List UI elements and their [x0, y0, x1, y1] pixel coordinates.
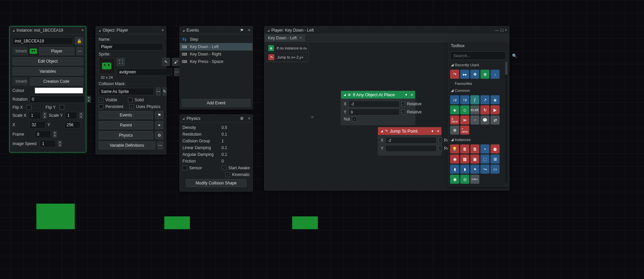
sprite-name-input[interactable] [117, 68, 172, 76]
event-tab[interactable]: Key Down - Left × [265, 34, 305, 42]
dropdown-icon[interactable]: ▼ [431, 130, 434, 133]
if-y-relative-checkbox[interactable] [402, 110, 405, 114]
parent-icon[interactable]: ⚭ [155, 121, 163, 129]
else-icon[interactable]: ELSE [470, 105, 479, 114]
comment-icon[interactable]: 💬 [480, 115, 489, 125]
strip-item[interactable]: ⊗ If no instance is ove [266, 44, 309, 53]
collapse-icon[interactable]: ◢ [182, 117, 184, 120]
gear-icon[interactable]: ⚙ [155, 131, 163, 139]
collapse-icon[interactable]: ◢ [451, 63, 453, 67]
lindamp-value[interactable]: 0.1 [222, 145, 227, 150]
events-button[interactable]: Events [99, 111, 153, 119]
close-icon[interactable]: × [248, 28, 250, 33]
scalex-spinner[interactable]: ▲▼ [43, 112, 47, 119]
collision-mask-input[interactable] [99, 88, 154, 95]
object-name-input[interactable] [99, 43, 163, 50]
snap-icon[interactable]: ✦ [470, 165, 479, 174]
rotate-icon[interactable]: ⊞ [490, 154, 500, 164]
collapse-icon[interactable]: ◢ [344, 93, 346, 96]
kinematic-checkbox[interactable] [225, 172, 230, 177]
close-icon[interactable]: × [81, 28, 84, 33]
frame-spinner[interactable]: ▲▼ [53, 131, 57, 138]
direction-icon[interactable]: ↗ [480, 95, 489, 104]
event-item-keydown-left[interactable]: ⌨ Key Down - Left [180, 43, 252, 50]
tab-close-icon[interactable]: × [299, 36, 302, 40]
strip-item[interactable]: ↷ Jump to x+-2,y+ [266, 53, 309, 62]
scaley-spinner[interactable]: ▲▼ [79, 112, 83, 119]
vardef-ellipsis-icon[interactable]: ⋯ [157, 141, 163, 149]
nav-left-icon[interactable]: « [311, 114, 314, 119]
sensor-checkbox[interactable] [182, 166, 187, 170]
y-input[interactable] [64, 121, 80, 129]
event-item-step[interactable]: 👣 Step [180, 36, 252, 43]
inherit-code-button[interactable]: Inherit [12, 77, 28, 85]
collapse-icon[interactable]: ◢ [99, 29, 101, 32]
maximize-icon[interactable]: ▢ [500, 28, 504, 32]
scrollbar[interactable] [505, 62, 507, 183]
jump-y-relative-checkbox[interactable] [439, 146, 442, 151]
uses-physics-checkbox[interactable] [129, 104, 134, 109]
flag-icon[interactable]: ⚑ [155, 111, 163, 119]
move-icon[interactable]: ✥ [470, 70, 479, 79]
event-item-keydown-right[interactable]: ⌨ Key Down - Right [180, 50, 252, 58]
jump-to-point-icon[interactable]: ↷ [450, 70, 459, 79]
jump-x-relative-checkbox[interactable] [439, 138, 442, 143]
call-icon[interactable]: CALL [470, 175, 479, 184]
sprite-preview[interactable] [99, 58, 115, 74]
inherit-button[interactable]: Inherit [12, 47, 28, 55]
event-item-keypress-space[interactable]: ⌨ Key Press - Space [180, 58, 252, 65]
close-icon[interactable]: × [505, 28, 507, 32]
edit-sprite-icon[interactable]: ✎ [162, 58, 170, 66]
collision-edit-icon[interactable]: ✎ [163, 88, 167, 96]
variables-button[interactable]: Variables [12, 67, 83, 75]
rotation-spinner[interactable]: ▲▼ [87, 96, 91, 103]
delete-action-icon[interactable]: × [437, 129, 439, 134]
collapse-icon[interactable]: ◢ [12, 29, 14, 32]
set-image-icon[interactable]: ▦ [460, 154, 469, 164]
imgspeed-input[interactable] [40, 140, 56, 147]
exit-icon[interactable]: ⊗ [450, 126, 459, 135]
if-y-input[interactable] [348, 109, 400, 115]
dropdown-icon[interactable]: ▼ [405, 93, 408, 97]
vardef-button[interactable]: Variable Definitions [99, 141, 155, 149]
object-name-button[interactable]: Player [39, 47, 74, 55]
new-script-icon[interactable]: {}NEW [450, 115, 459, 125]
flipx-checkbox[interactable] [27, 105, 31, 110]
if-count-icon[interactable]: ◎ [460, 175, 469, 184]
ellipsis-icon[interactable]: ⋯ [76, 47, 83, 55]
destroy-at-icon[interactable]: 🗑 [470, 144, 479, 153]
imgspeed-spinner[interactable]: ▲▼ [58, 140, 62, 147]
assign-var-icon[interactable]: ↓v [450, 95, 459, 104]
collapse-icon[interactable]: ◢ [451, 137, 453, 142]
follow-icon[interactable]: ↪ [480, 165, 489, 174]
if-x-input[interactable] [348, 101, 400, 107]
visible-checkbox[interactable] [99, 98, 103, 102]
density-value[interactable]: 0.5 [222, 125, 227, 130]
get-var-icon[interactable]: ↑v [460, 95, 469, 104]
restitution-value[interactable]: 0.1 [222, 132, 227, 137]
gravity-icon[interactable]: ↓ [490, 70, 500, 79]
modify-collision-shape-button[interactable]: Modify Collision Shape [186, 179, 246, 187]
function-call-icon[interactable]: ƒ [470, 95, 479, 104]
loop-icon[interactable]: ↻ [480, 105, 489, 114]
repeat-icon[interactable]: ▶ [490, 105, 500, 114]
search-input[interactable] [453, 53, 510, 58]
close-icon[interactable]: × [161, 28, 164, 33]
if-expression-icon[interactable]: ◇ [460, 105, 469, 114]
persistent-checkbox[interactable] [99, 104, 103, 109]
instance-name-input[interactable] [12, 37, 73, 45]
wrap-icon[interactable]: ◗ [460, 165, 469, 174]
execute-icon[interactable]: ≫ [460, 115, 469, 125]
close-icon[interactable]: × [248, 116, 250, 121]
if-exists-icon[interactable]: ◉ [450, 175, 459, 184]
add-event-button[interactable]: Add Event [182, 99, 250, 107]
solid-checkbox[interactable] [128, 98, 133, 102]
flipy-checkbox[interactable] [60, 105, 64, 110]
parent-button[interactable]: Parent [99, 121, 153, 129]
not-checkbox[interactable] [352, 117, 357, 121]
minimize-icon[interactable]: — [495, 28, 499, 32]
jump-y-input[interactable] [385, 145, 437, 152]
destroy-instance-icon[interactable]: 🗑 [460, 144, 469, 153]
switch-icon[interactable]: ⇄ [490, 115, 500, 125]
brush-icon[interactable]: 🖌 [172, 58, 180, 66]
